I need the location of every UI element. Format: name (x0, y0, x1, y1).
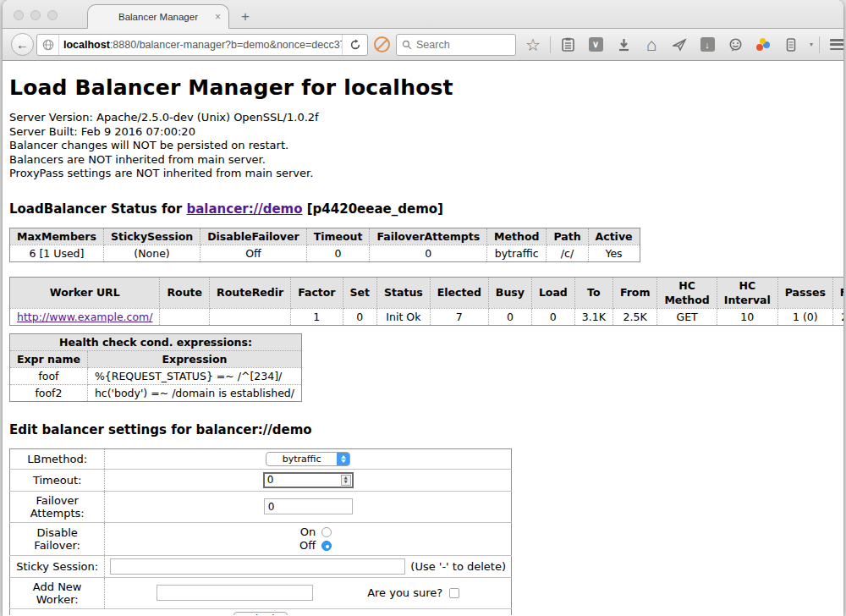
col-method: Method (487, 228, 547, 245)
server-built-line: Server Built: Feb 9 2016 07:00:20 (9, 125, 837, 140)
tab-title: Balancer Manager (118, 12, 198, 22)
col-maxmembers: MaxMembers (10, 228, 104, 245)
overflow-caret-icon[interactable]: ▾ (810, 41, 813, 48)
url-text: localhost:8880/balancer-manager?b=demo&n… (59, 39, 342, 51)
edit-balancer-heading: Edit balancer settings for balancer://de… (9, 422, 837, 437)
timeout-input[interactable] (263, 472, 354, 488)
failover-attempts-label: Failover Attempts: (10, 491, 105, 522)
inherit-note-line: Balancers are NOT inherited from main se… (9, 153, 837, 168)
are-you-sure-checkbox[interactable] (449, 588, 459, 598)
url-domain: localhost (63, 39, 110, 51)
cell-set: 0 (343, 308, 376, 325)
pocket-button[interactable]: ∨ (585, 34, 607, 56)
cell-route (160, 308, 210, 325)
disable-failover-on-radio[interactable] (321, 527, 332, 537)
radio-on-label: On (300, 525, 316, 538)
number-spinner-icon[interactable]: ▲▼ (341, 475, 351, 486)
tab-balancer-manager[interactable]: Balancer Manager × (87, 4, 229, 29)
colored-dots-icon (755, 38, 771, 52)
download-icon (618, 38, 630, 52)
col-hc-method: HC Method (657, 277, 717, 308)
col-active: Active (588, 228, 640, 245)
reload-button[interactable] (342, 35, 367, 55)
lbmethod-selected-value: bytraffic (266, 453, 337, 465)
back-button[interactable]: ← (11, 33, 34, 56)
col-to: To (574, 277, 613, 308)
toolbar-separator (550, 36, 551, 53)
smiley-icon (728, 38, 743, 52)
search-bar[interactable] (396, 34, 516, 56)
bookmark-star-button[interactable]: ☆ (522, 34, 544, 56)
hello-chat-button[interactable] (724, 34, 746, 56)
url-bar[interactable]: localhost:8880/balancer-manager?b=demo&n… (36, 34, 368, 56)
reload-icon (349, 39, 361, 51)
paper-plane-icon (673, 38, 687, 52)
table-header-row: Worker URL Route RouteRedir Factor Set S… (10, 277, 844, 308)
table-row: 6 [1 Used] (None) Off 0 0 bytraffic /c/ … (10, 245, 640, 261)
table-row: foof2 hc('body') =~ /domain is establish… (10, 384, 302, 401)
cell-expression: hc('body') =~ /domain is established/ (87, 384, 301, 401)
bookmarks-menu-button[interactable] (557, 34, 579, 56)
disable-failover-label: Disable Failover: (10, 522, 105, 555)
search-input[interactable] (416, 39, 501, 51)
battery-addon-button[interactable] (780, 34, 802, 56)
send-tab-button[interactable] (668, 34, 690, 56)
disable-failover-off-radio[interactable] (321, 541, 332, 551)
col-stickysession: StickySession (103, 228, 200, 245)
table-caption-row: Health check cond. expressions: (10, 333, 302, 350)
zoom-window-button[interactable] (47, 10, 58, 20)
colored-dots-addon-button[interactable] (752, 34, 774, 56)
server-version-line: Server Version: Apache/2.5.0-dev (Unix) … (9, 111, 837, 125)
form-row-add-new-worker: Add New Worker: Are you sure? (10, 577, 512, 608)
cell-failoverattempts: 0 (370, 245, 487, 261)
table-row: foof %{REQUEST_STATUS} =~ /^[234]/ (10, 367, 302, 384)
home-button[interactable]: ⌂ (640, 34, 662, 56)
col-route: Route (160, 277, 210, 308)
blocked-content-icon[interactable] (374, 36, 390, 52)
new-tab-button[interactable]: + (241, 11, 250, 23)
col-expr-name: Expr name (10, 350, 88, 367)
star-icon: ☆ (525, 35, 541, 55)
tab-close-icon[interactable]: × (215, 11, 221, 23)
downloads-button[interactable] (613, 34, 634, 56)
persist-note-line: Balancer changes will NOT be persisted o… (9, 139, 837, 153)
cell-busy: 0 (488, 308, 531, 325)
col-fails: Fails (832, 277, 843, 308)
cell-elected: 7 (430, 308, 488, 325)
minimize-window-button[interactable] (30, 10, 41, 20)
home-icon: ⌂ (646, 35, 657, 55)
col-status: Status (377, 277, 431, 308)
select-stepper-icon (337, 453, 349, 465)
col-load: Load (531, 277, 574, 308)
cell-fails: 2 (0) (832, 308, 843, 325)
battery-icon (786, 37, 796, 52)
col-expression: Expression (87, 350, 301, 367)
submit-button[interactable]: Submit (233, 612, 288, 616)
lbmethod-select[interactable]: bytraffic (266, 452, 350, 466)
hamburger-icon (830, 39, 843, 50)
close-window-button[interactable] (14, 10, 24, 20)
cell-expr-name: foof2 (10, 384, 88, 401)
col-hc-interval: HC Interval (717, 277, 777, 308)
sticky-session-input[interactable] (110, 558, 405, 575)
cell-hc-interval: 10 (717, 308, 777, 325)
reader-download-button[interactable]: ↓ (696, 34, 718, 56)
worker-url-link[interactable]: http://www.example.com/ (17, 311, 152, 323)
radio-off-label: Off (299, 539, 316, 552)
add-new-worker-input[interactable] (157, 585, 313, 601)
add-new-worker-label: Add New Worker: (10, 577, 105, 608)
balancer-demo-link[interactable]: balancer://demo (186, 201, 302, 217)
server-info: Server Version: Apache/2.5.0-dev (Unix) … (9, 111, 837, 181)
menu-button[interactable] (826, 34, 843, 56)
failover-attempts-input[interactable] (264, 498, 353, 514)
col-failoverattempts: FailoverAttempts (370, 228, 487, 245)
timeout-label: Timeout: (10, 469, 105, 491)
status-heading-suffix: [p4420eeae_demo] (303, 201, 443, 217)
col-timeout: Timeout (306, 228, 370, 245)
cell-to: 3.1K (574, 308, 613, 325)
cell-passes: 1 (0) (777, 308, 832, 325)
cell-maxmembers: 6 [1 Used] (10, 245, 104, 261)
col-elected: Elected (430, 277, 488, 308)
lbmethod-label: LBmethod: (10, 448, 105, 469)
col-from: From (613, 277, 657, 308)
